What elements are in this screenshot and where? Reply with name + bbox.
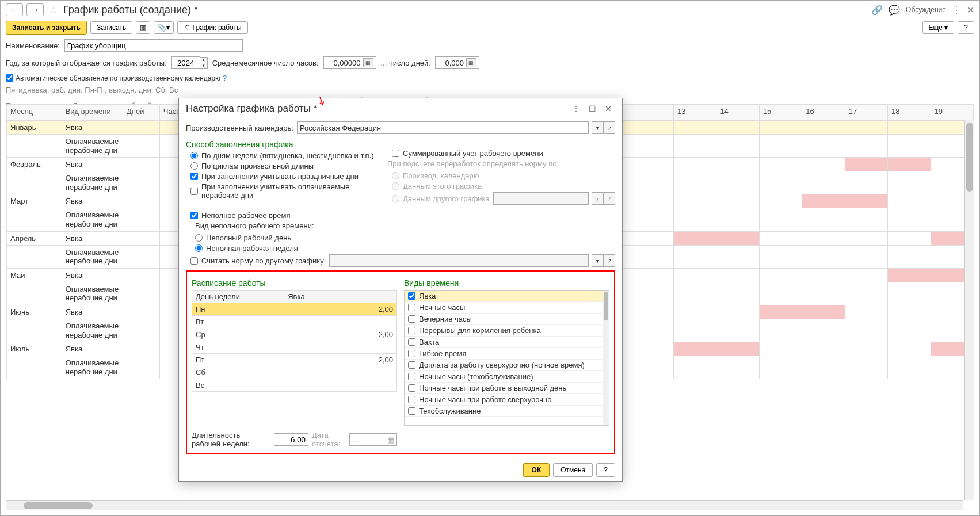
cell-day[interactable] (845, 158, 887, 171)
radio-cycles[interactable] (190, 162, 198, 170)
cell-kind-sub[interactable]: Оплачиваемыенерабочие дни (62, 135, 123, 158)
cell-day-sub[interactable] (673, 208, 716, 231)
attach-button[interactable]: 📎▾ (154, 21, 174, 34)
cell-day[interactable] (802, 268, 845, 282)
sched-val[interactable] (284, 366, 397, 379)
cell-day-sub[interactable] (802, 319, 845, 342)
cell-day[interactable] (716, 305, 759, 319)
cell-day[interactable] (802, 121, 845, 135)
cell-month-sub[interactable] (7, 356, 62, 379)
cell-day-sub[interactable] (716, 171, 759, 194)
cell-day-sub[interactable] (802, 282, 845, 305)
sched-row[interactable]: Пт2,00 (192, 354, 397, 366)
grid-scroll-h[interactable] (6, 500, 963, 510)
cell-days-sub[interactable] (123, 245, 160, 268)
modal-maximize-icon[interactable]: ☐ (585, 103, 599, 114)
menu-icon[interactable]: ⋮ (952, 5, 961, 16)
cell-day-sub[interactable] (845, 208, 887, 231)
cell-day-sub[interactable] (845, 356, 887, 379)
cell-day-sub[interactable] (845, 319, 887, 342)
cell-day[interactable] (673, 305, 716, 319)
modal-menu-icon[interactable]: ⋮ (569, 103, 583, 114)
link-icon[interactable]: 🔗 (871, 5, 883, 16)
time-type-item[interactable]: Вечерние часы (405, 314, 609, 325)
col-d13[interactable]: 13 (673, 105, 716, 121)
cell-day[interactable] (802, 305, 845, 319)
cell-day-sub[interactable] (673, 135, 716, 158)
time-type-item[interactable]: Доплата за работу сверхурочно (ночное вр… (405, 360, 609, 371)
save-close-button[interactable]: Записать и закрыть (6, 21, 87, 35)
discuss-label[interactable]: Обсуждение (906, 6, 946, 14)
time-type-checkbox[interactable] (408, 327, 415, 334)
cell-days[interactable] (123, 305, 160, 319)
cell-month[interactable]: Февраль (7, 158, 62, 171)
cell-day-sub[interactable] (759, 282, 802, 305)
calc-icon-2[interactable]: ▦ (466, 58, 476, 67)
cell-days[interactable] (123, 268, 160, 282)
time-type-item[interactable]: Явка (405, 291, 609, 302)
cell-days-sub[interactable] (123, 135, 160, 158)
sched-row[interactable]: Чт (192, 341, 397, 354)
cell-day[interactable] (673, 121, 716, 135)
cell-days[interactable] (123, 194, 160, 208)
time-type-item[interactable]: Перерывы для кормления ребенка (405, 325, 609, 337)
sched-row[interactable]: Сб (192, 366, 397, 379)
cell-day-sub[interactable] (888, 135, 931, 158)
check-holidays[interactable] (190, 173, 198, 180)
more-button[interactable]: Еще ▾ (922, 21, 955, 34)
cell-days[interactable] (123, 342, 160, 356)
time-type-checkbox[interactable] (408, 350, 415, 357)
time-type-checkbox[interactable] (408, 304, 415, 311)
cell-month[interactable]: Июль (7, 342, 62, 356)
cell-month[interactable]: Январь (7, 121, 62, 135)
time-type-item[interactable]: Гибкое время (405, 348, 609, 360)
year-up[interactable]: ▲ (200, 58, 207, 63)
cell-day-sub[interactable] (716, 135, 759, 158)
cell-day-sub[interactable] (888, 319, 931, 342)
types-scroll[interactable] (603, 291, 609, 425)
cell-day-sub[interactable] (716, 319, 759, 342)
cell-kind[interactable]: Явка (62, 158, 123, 171)
time-type-item[interactable]: Ночные часы при работе в выходной день (405, 383, 609, 394)
cell-day[interactable] (845, 342, 887, 356)
cell-day[interactable] (716, 194, 759, 208)
close-icon[interactable]: ✕ (967, 5, 974, 16)
cell-kind-sub[interactable]: Оплачиваемыенерабочие дни (62, 245, 123, 268)
cell-day-sub[interactable] (888, 356, 931, 379)
radio-pt-week[interactable] (195, 244, 203, 252)
cell-day[interactable] (716, 121, 759, 135)
cell-days-sub[interactable] (123, 282, 160, 305)
col-d14[interactable]: 14 (716, 105, 759, 121)
sched-val[interactable]: 2,00 (284, 354, 397, 366)
cell-kind-sub[interactable]: Оплачиваемыенерабочие дни (62, 356, 123, 379)
cell-day-sub[interactable] (888, 282, 931, 305)
cell-kind-sub[interactable]: Оплачиваемыенерабочие дни (62, 208, 123, 231)
sched-row[interactable]: Пн2,00 (192, 303, 397, 316)
cell-day[interactable] (716, 342, 759, 356)
time-type-checkbox[interactable] (408, 361, 415, 369)
calc-icon[interactable]: ▦ (363, 58, 373, 67)
cell-day-sub[interactable] (673, 171, 716, 194)
cell-days-sub[interactable] (123, 171, 160, 194)
cal-open-icon[interactable]: ↗ (604, 121, 615, 134)
cell-day[interactable] (759, 231, 802, 245)
cell-day-sub[interactable] (845, 171, 887, 194)
cell-day[interactable] (845, 121, 887, 135)
cell-day-sub[interactable] (759, 245, 802, 268)
chat-icon[interactable]: 💬 (889, 5, 900, 16)
cell-days-sub[interactable] (123, 208, 160, 231)
cell-days-sub[interactable] (123, 319, 160, 342)
cell-kind[interactable]: Явка (62, 305, 123, 319)
auto-update-help[interactable]: ? (223, 74, 227, 82)
cell-day-sub[interactable] (802, 208, 845, 231)
cell-day-sub[interactable] (673, 282, 716, 305)
cell-day[interactable] (802, 231, 845, 245)
sched-val[interactable]: 2,00 (284, 328, 397, 341)
cell-day-sub[interactable] (716, 282, 759, 305)
cell-day-sub[interactable] (759, 319, 802, 342)
cell-day[interactable] (888, 342, 931, 356)
check-paid-off[interactable] (190, 188, 198, 195)
back-button[interactable]: ← (6, 3, 23, 16)
time-type-checkbox[interactable] (408, 292, 415, 300)
days-box[interactable]: 0,000▦ (435, 56, 479, 69)
